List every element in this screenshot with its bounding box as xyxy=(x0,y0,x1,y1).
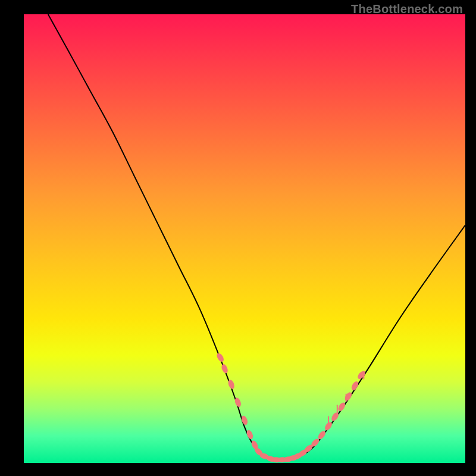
chart-frame: TheBottleneck.com xyxy=(0,0,476,476)
chart-line xyxy=(48,14,465,460)
chart-marker xyxy=(220,364,228,374)
chart-marker xyxy=(246,429,254,440)
chart-svg xyxy=(0,0,476,476)
chart-marker xyxy=(343,391,353,402)
chart-marker xyxy=(215,352,225,363)
